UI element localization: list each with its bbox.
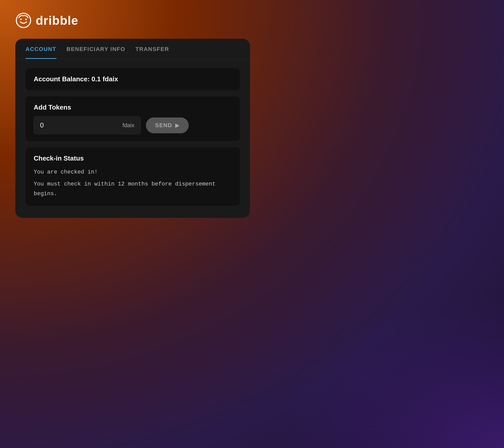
logo-text: dribble (36, 14, 78, 28)
checkin-title: Check-in Status (34, 154, 232, 162)
tab-account[interactable]: ACCOUNT (26, 39, 56, 59)
add-tokens-section: Add Tokens fdaix SEND ▶ (26, 96, 240, 141)
tab-beneficiary[interactable]: BENEFICIARY INFO (67, 39, 125, 59)
checkin-section: Check-in Status You are checked in! You … (26, 147, 240, 206)
logo-area: dribble (15, 12, 78, 29)
checkin-status-text: You are checked in! You must check in wi… (34, 167, 232, 199)
tab-transfer[interactable]: TRANSFER (135, 39, 169, 59)
send-button[interactable]: SEND ▶ (146, 117, 189, 133)
main-card: ACCOUNT BENEFICIARY INFO TRANSFER Accoun… (15, 39, 250, 218)
svg-point-2 (25, 19, 27, 20)
svg-point-1 (20, 19, 22, 20)
card-content: Account Balance: 0.1 fdaix Add Tokens fd… (15, 59, 250, 218)
checkin-info-line: You must check in within 12 months befor… (34, 179, 232, 199)
add-tokens-title: Add Tokens (34, 103, 232, 111)
checkin-status-line: You are checked in! (34, 167, 232, 177)
tab-bar: ACCOUNT BENEFICIARY INFO TRANSFER (15, 39, 250, 59)
send-button-label: SEND (155, 122, 172, 129)
balance-label: Account Balance: 0.1 fdaix (34, 75, 118, 83)
token-suffix: fdaix (123, 122, 134, 129)
token-input-wrapper[interactable]: fdaix (34, 116, 141, 134)
balance-section: Account Balance: 0.1 fdaix (26, 68, 240, 90)
dribble-logo-icon (15, 12, 32, 29)
add-tokens-row: fdaix SEND ▶ (34, 116, 232, 134)
token-input[interactable] (40, 121, 120, 129)
send-arrow-icon: ▶ (175, 122, 180, 128)
